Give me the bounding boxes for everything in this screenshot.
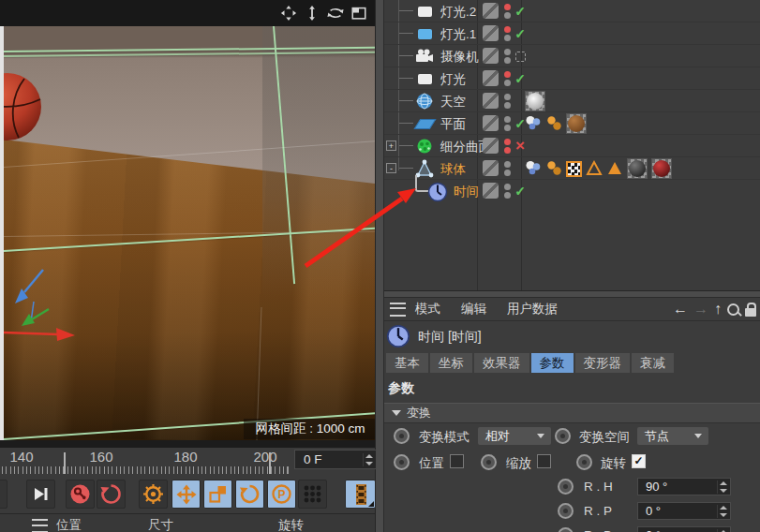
layer-chip[interactable] — [483, 115, 499, 131]
render-visibility-dot[interactable] — [504, 57, 511, 64]
triangle-outline-tag[interactable] — [586, 159, 603, 179]
key-rotation-icon[interactable] — [235, 480, 264, 509]
menu-mode[interactable]: 模式 — [415, 301, 440, 318]
clock-icon[interactable] — [427, 182, 448, 202]
object-name[interactable]: 平面 — [440, 116, 466, 133]
wood-texture-tag[interactable] — [566, 113, 587, 134]
render-visibility-dot[interactable] — [504, 192, 511, 199]
object-name[interactable]: 灯光.2 — [440, 4, 476, 21]
object-name[interactable]: 灯光.1 — [440, 26, 476, 43]
object-row[interactable]: + 细分曲面 — [384, 135, 760, 157]
menu-icon[interactable] — [32, 519, 48, 532]
enable-toggle[interactable] — [512, 0, 529, 22]
layer-chip[interactable] — [483, 25, 499, 41]
forward-arrow-icon[interactable]: → — [693, 300, 708, 318]
keyframe-circle[interactable] — [394, 428, 410, 444]
keyframe-circle[interactable] — [558, 479, 574, 495]
menu-icon[interactable] — [390, 303, 406, 317]
render-visibility-dot[interactable] — [504, 125, 511, 131]
editor-visibility-dot[interactable] — [504, 26, 511, 33]
object-row[interactable]: 灯光.1 — [384, 22, 760, 45]
editor-visibility-dot[interactable] — [504, 4, 511, 10]
expand-toggle[interactable]: + — [386, 140, 396, 151]
rotation-checkbox[interactable] — [632, 454, 646, 468]
phong-tag[interactable] — [525, 159, 542, 179]
render-visibility-dot[interactable] — [504, 147, 511, 154]
object-name[interactable]: 灯光 — [440, 71, 466, 88]
object-name[interactable]: 球体 — [440, 161, 466, 178]
layer-chip[interactable] — [483, 48, 499, 64]
axis-gizmo[interactable] — [4, 260, 107, 349]
editor-visibility-dot[interactable] — [504, 139, 511, 145]
spinner[interactable] — [717, 505, 728, 518]
object-row[interactable]: - 球体 — [384, 157, 760, 180]
back-arrow-icon[interactable]: ← — [673, 300, 688, 318]
smoothing-tag[interactable] — [545, 114, 562, 134]
editor-visibility-dot[interactable] — [504, 116, 511, 123]
horizontal-splitter[interactable] — [384, 290, 760, 298]
current-frame-input[interactable]: 0 F — [294, 450, 377, 469]
triangle-solid-tag[interactable] — [606, 159, 623, 179]
enable-toggle[interactable] — [512, 180, 529, 202]
key-parameter-icon[interactable]: P — [267, 480, 296, 509]
editor-visibility-dot[interactable] — [504, 94, 511, 100]
key-position-icon[interactable] — [171, 480, 201, 509]
subdivision-icon[interactable] — [415, 137, 434, 155]
keyframe-circle[interactable] — [558, 527, 574, 532]
render-visibility-dot[interactable] — [504, 80, 511, 86]
menu-edit[interactable]: 编辑 — [461, 301, 486, 318]
keyframe-circle[interactable] — [576, 454, 592, 470]
key-scale-icon[interactable] — [203, 480, 232, 509]
goto-next-key-icon[interactable] — [26, 480, 55, 509]
layer-chip[interactable] — [483, 70, 499, 86]
editor-visibility-dot[interactable] — [504, 184, 511, 190]
keyframe-circle[interactable] — [555, 428, 571, 444]
edge-button[interactable] — [0, 480, 7, 509]
tab-deformer[interactable]: 变形器 — [575, 353, 631, 373]
render-visibility-dot[interactable] — [504, 102, 511, 109]
object-row[interactable]: 平面 — [384, 112, 760, 135]
smoothing-tag[interactable] — [545, 159, 562, 179]
motion-clip-icon[interactable] — [345, 480, 376, 509]
object-name[interactable]: 时间 — [454, 184, 479, 200]
dolly-icon[interactable] — [304, 5, 320, 22]
checker-tag[interactable] — [566, 161, 582, 177]
object-name[interactable]: 天空 — [440, 94, 466, 111]
sky-icon[interactable] — [415, 92, 434, 111]
object-row[interactable]: 天空 — [384, 90, 760, 112]
rp-input[interactable]: 0 ° — [637, 502, 731, 520]
render-visibility-dot[interactable] — [504, 12, 511, 19]
tab-coordinates[interactable]: 坐标 — [430, 353, 472, 373]
editor-visibility-dot[interactable] — [504, 49, 511, 55]
key-pla-icon[interactable] — [298, 480, 327, 509]
object-row[interactable]: 灯光 — [384, 67, 760, 90]
pan-icon[interactable] — [280, 5, 297, 22]
rb-input[interactable]: 0 ° — [637, 526, 731, 532]
plane-icon[interactable] — [415, 114, 434, 133]
expand-toggle[interactable]: - — [386, 163, 396, 173]
enable-toggle[interactable] — [512, 22, 529, 45]
object-row[interactable]: 灯光.2 — [384, 0, 760, 22]
editor-visibility-dot[interactable] — [504, 161, 511, 168]
spinner[interactable] — [717, 480, 728, 494]
black-material-tag[interactable] — [627, 158, 648, 179]
camera-active-toggle[interactable] — [512, 45, 529, 67]
transform-space-select[interactable]: 节点 — [637, 427, 708, 445]
keyframe-circle[interactable] — [558, 503, 574, 519]
object-row[interactable]: 时间 — [384, 180, 760, 202]
render-visibility-dot[interactable] — [504, 35, 511, 41]
record-keyframe-icon[interactable] — [66, 480, 95, 509]
autokey-icon[interactable] — [97, 480, 126, 509]
light-icon[interactable] — [415, 2, 434, 21]
tab-parameter[interactable]: 参数 — [531, 353, 574, 373]
tab-falloff[interactable]: 衰减 — [632, 353, 674, 373]
phong-tag[interactable] — [525, 114, 542, 134]
layer-chip[interactable] — [483, 3, 499, 19]
transform-group-header[interactable]: 变换 — [384, 403, 760, 423]
area-light-icon[interactable] — [415, 24, 434, 43]
object-row[interactable]: 摄像机 — [384, 45, 760, 67]
layer-chip[interactable] — [483, 138, 499, 154]
toggle-view-icon[interactable] — [350, 5, 367, 22]
tab-effector[interactable]: 效果器 — [474, 353, 529, 373]
transform-mode-select[interactable]: 相对 — [478, 427, 551, 445]
